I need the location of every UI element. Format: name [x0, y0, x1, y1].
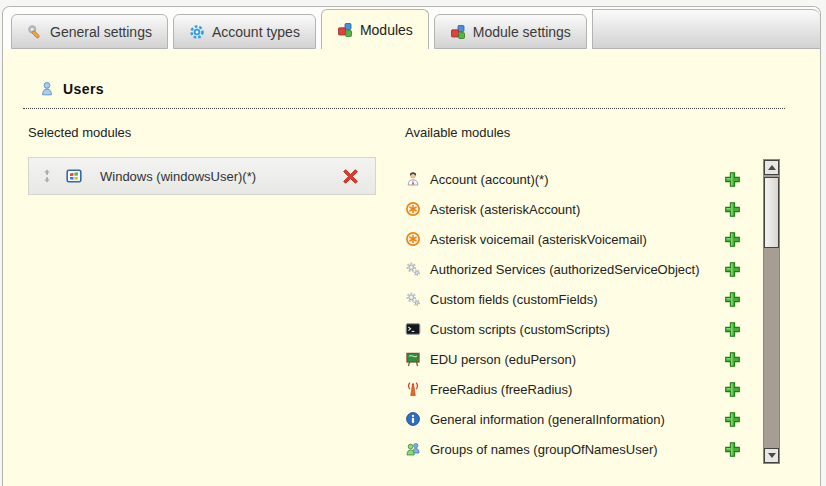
modules-icon — [337, 22, 353, 38]
terminal-icon — [405, 321, 421, 337]
tab-label: Module settings — [473, 24, 571, 40]
available-module-label: Authorized Services (authorizedServiceOb… — [430, 262, 715, 277]
selected-modules-list: Windows (windowsUser)(*) — [28, 157, 376, 195]
tab-account-types[interactable]: Account types — [173, 14, 316, 49]
info-icon — [405, 411, 421, 427]
add-module-button[interactable] — [724, 351, 741, 368]
available-module-row: Asterisk (asteriskAccount) — [405, 194, 741, 224]
chalkboard-icon — [405, 351, 421, 367]
windows-icon — [66, 168, 82, 184]
add-module-button[interactable] — [724, 171, 741, 188]
available-module-label: Custom fields (customFields) — [430, 292, 715, 307]
available-modules-list: Account (account)(*)Asterisk (asteriskAc… — [405, 164, 741, 464]
available-module-row: Custom fields (customFields) — [405, 284, 741, 314]
available-module-row: Authorized Services (authorizedServiceOb… — [405, 254, 741, 284]
available-module-row: FreeRadius (freeRadius) — [405, 374, 741, 404]
modules-tab-content: Users Selected modules Available modules… — [3, 49, 820, 486]
asterisk-icon — [405, 231, 421, 247]
section-title: Users — [63, 81, 104, 97]
tab-general-settings[interactable]: General settings — [11, 14, 168, 49]
available-module-label: Groups of names (groupOfNamesUser) — [430, 442, 715, 457]
gears-icon — [405, 261, 421, 277]
available-module-label: Custom scripts (customScripts) — [430, 322, 715, 337]
triangle-down-icon — [768, 453, 776, 458]
scroll-down-button[interactable] — [764, 448, 779, 463]
selected-module-row: Windows (windowsUser)(*) — [28, 157, 376, 195]
available-module-label: Asterisk voicemail (asteriskVoicemail) — [430, 232, 715, 247]
tab-bar: General settingsAccount typesModulesModu… — [3, 7, 820, 49]
available-module-row: General information (generalInformation) — [405, 404, 741, 434]
wrench-icon — [27, 24, 43, 40]
drag-handle-icon[interactable] — [39, 168, 55, 184]
account-icon — [405, 171, 421, 187]
selected-modules-heading: Selected modules — [28, 125, 131, 140]
tab-label: General settings — [50, 24, 152, 40]
user-icon — [39, 81, 55, 97]
scrollbar-thumb[interactable] — [764, 177, 779, 248]
available-module-label: General information (generalInformation) — [430, 412, 715, 427]
selected-module-label: Windows (windowsUser)(*) — [100, 169, 331, 184]
add-module-button[interactable] — [724, 441, 741, 458]
tab-bar-filler — [592, 9, 820, 49]
available-modules-heading: Available modules — [405, 125, 510, 140]
tab-label: Modules — [360, 22, 413, 38]
group-icon — [405, 441, 421, 457]
available-module-row: Asterisk voicemail (asteriskVoicemail) — [405, 224, 741, 254]
configuration-widget: General settingsAccount typesModulesModu… — [2, 6, 821, 486]
available-module-label: Asterisk (asteriskAccount) — [430, 202, 715, 217]
modules-icon — [450, 24, 466, 40]
add-module-button[interactable] — [724, 291, 741, 308]
add-module-button[interactable] — [724, 231, 741, 248]
available-module-row: Groups of names (groupOfNamesUser) — [405, 434, 741, 464]
available-module-label: Account (account)(*) — [430, 172, 715, 187]
available-module-row: Account (account)(*) — [405, 164, 741, 194]
add-module-button[interactable] — [724, 411, 741, 428]
add-module-button[interactable] — [724, 201, 741, 218]
add-module-button[interactable] — [724, 321, 741, 338]
tab-module-settings[interactable]: Module settings — [434, 14, 587, 49]
triangle-up-icon — [768, 165, 776, 170]
users-section-header: Users — [23, 81, 785, 109]
gear-icon — [189, 24, 205, 40]
add-module-button[interactable] — [724, 261, 741, 278]
available-module-label: FreeRadius (freeRadius) — [430, 382, 715, 397]
available-modules-scrollbar[interactable] — [763, 159, 780, 464]
asterisk-icon — [405, 201, 421, 217]
remove-module-button[interactable] — [342, 168, 359, 185]
add-module-button[interactable] — [724, 381, 741, 398]
tab-modules[interactable]: Modules — [321, 9, 429, 49]
scroll-up-button[interactable] — [764, 160, 779, 175]
available-module-row: EDU person (eduPerson) — [405, 344, 741, 374]
gears-icon — [405, 291, 421, 307]
antenna-icon — [405, 381, 421, 397]
tab-label: Account types — [212, 24, 300, 40]
available-module-label: EDU person (eduPerson) — [430, 352, 715, 367]
available-module-row: Custom scripts (customScripts) — [405, 314, 741, 344]
